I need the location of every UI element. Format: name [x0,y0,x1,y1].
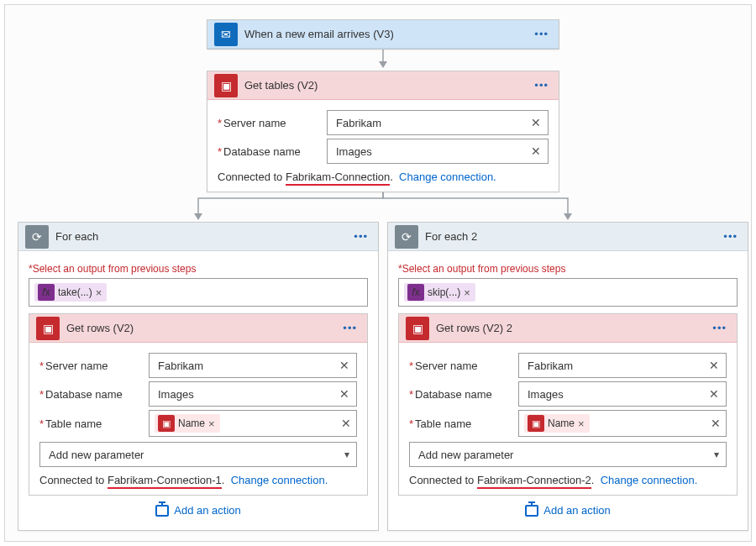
connection-info: Connected to Fabrikam-Connection-2. Chan… [409,474,727,486]
database-input[interactable]: Images ✕ [518,381,727,407]
clear-icon[interactable]: ✕ [531,144,541,158]
clear-icon[interactable]: ✕ [709,359,719,372]
add-action-icon [525,505,538,517]
get-rows-card[interactable]: ▣ Get rows (V2) 2 ••• Server name Fabrik… [398,313,738,496]
table-input[interactable]: ▣ Name × ✕ [518,410,727,437]
token-remove-icon[interactable]: × [578,417,585,430]
fx-icon: fx [38,284,55,301]
connection-info: Connected to Fabrikam-Connection. Change… [218,171,549,183]
clear-icon[interactable]: ✕ [339,387,349,401]
loop-icon: ⟳ [25,225,49,249]
table-input[interactable]: ▣ Name × ✕ [149,410,357,437]
fx-icon: fx [407,284,424,301]
foreach2-card[interactable]: ⟳ For each 2 ••• *Select an output from … [387,222,748,531]
get-tables-title: Get tables (V2) [244,79,531,92]
sql-icon: ▣ [528,415,544,432]
select-output-label: Select an output from previous steps [402,263,566,275]
database-input[interactable]: Images ✕ [327,139,549,164]
add-action-icon [155,505,169,517]
database-label: Database name [218,145,327,158]
database-input[interactable]: Images ✕ [149,381,357,407]
database-label: Database name [39,388,149,401]
table-label: Table name [409,417,518,430]
card-menu[interactable]: ••• [531,28,552,40]
clear-icon[interactable]: ✕ [341,417,351,430]
chevron-down-icon: ▾ [344,449,349,460]
server-label: Server name [218,117,327,129]
server-input[interactable]: Fabrikam ✕ [327,110,549,135]
connection-name: Fabrikam-Connection-1 [108,474,222,489]
fx-token[interactable]: fx take(...) × [34,283,107,302]
connection-info: Connected to Fabrikam-Connection-1. Chan… [39,474,357,486]
get-tables-card[interactable]: ▣ Get tables (V2) ••• Server name Fabrik… [207,71,559,192]
get-rows-title: Get rows (V2) 2 [436,322,709,334]
table-token[interactable]: ▣ Name × [524,414,590,433]
sql-icon: ▣ [158,415,175,432]
sql-icon: ▣ [36,317,60,340]
loop-icon: ⟳ [395,225,418,249]
foreach1-title: For each [55,230,350,243]
card-menu[interactable]: ••• [350,230,371,243]
trigger-card[interactable]: ✉ When a new email arrives (V3) ••• [207,19,559,50]
token-remove-icon[interactable]: × [208,417,215,430]
token-remove-icon[interactable]: × [96,286,102,299]
add-action-button[interactable]: Add an action [29,496,368,522]
connection-name: Fabrikam-Connection [286,171,390,186]
add-action-button[interactable]: Add an action [398,496,738,522]
add-parameter-dropdown[interactable]: Add new parameter ▾ [39,442,357,467]
clear-icon[interactable]: ✕ [531,116,541,129]
svg-marker-1 [379,61,387,68]
get-rows-title: Get rows (V2) [66,322,339,334]
database-label: Database name [409,388,518,401]
connection-name: Fabrikam-Connection-2 [477,474,591,489]
server-label: Server name [409,360,518,372]
card-menu[interactable]: ••• [709,322,730,334]
foreach1-card[interactable]: ⟳ For each ••• *Select an output from pr… [18,222,379,531]
server-input[interactable]: Fabrikam ✕ [149,353,357,378]
table-label: Table name [39,417,149,430]
foreach2-title: For each 2 [425,230,720,243]
select-output-input[interactable]: fx skip(...) × [398,278,738,307]
outlook-icon: ✉ [214,23,238,46]
token-remove-icon[interactable]: × [464,286,470,299]
change-connection-link[interactable]: Change connection. [399,171,496,183]
chevron-down-icon: ▾ [714,449,719,460]
table-token[interactable]: ▣ Name × [155,414,220,433]
card-menu[interactable]: ••• [339,322,360,334]
select-output-label: Select an output from previous steps [33,263,197,275]
get-rows-card[interactable]: ▣ Get rows (V2) ••• Server name Fabrikam… [29,313,368,496]
clear-icon[interactable]: ✕ [711,417,721,430]
card-menu[interactable]: ••• [531,79,552,92]
svg-marker-3 [564,213,572,220]
select-output-input[interactable]: fx take(...) × [29,278,368,307]
sql-icon: ▣ [406,317,429,340]
add-parameter-dropdown[interactable]: Add new parameter ▾ [409,442,727,467]
fx-token[interactable]: fx skip(...) × [404,283,475,302]
clear-icon[interactable]: ✕ [709,387,719,401]
server-input[interactable]: Fabrikam ✕ [518,353,727,378]
card-menu[interactable]: ••• [720,230,741,243]
designer-canvas: ✉ When a new email arrives (V3) ••• ▣ Ge… [4,4,752,542]
trigger-title: When a new email arrives (V3) [244,28,531,40]
server-label: Server name [39,360,149,372]
change-connection-link[interactable]: Change connection. [231,474,328,486]
clear-icon[interactable]: ✕ [339,359,349,372]
sql-icon: ▣ [214,74,238,97]
change-connection-link[interactable]: Change connection. [601,474,698,486]
svg-marker-2 [194,213,202,220]
